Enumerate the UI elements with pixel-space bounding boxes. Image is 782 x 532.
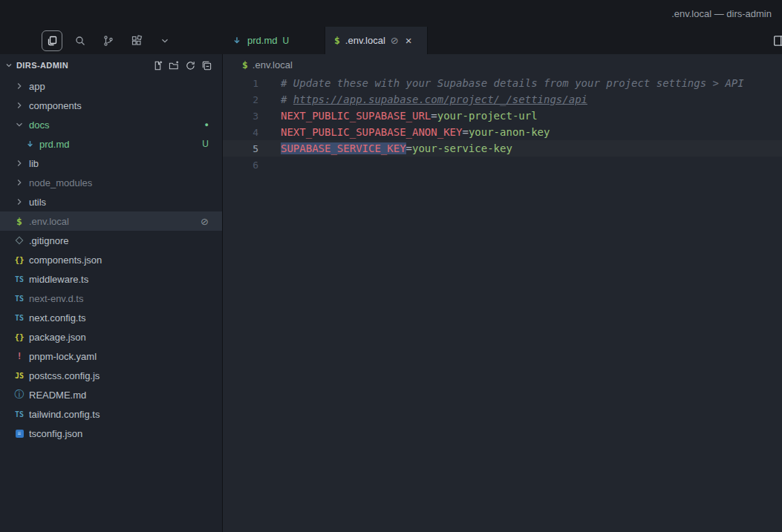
code-line-4[interactable]: 4NEXT_PUBLIC_SUPABASE_ANON_KEY=your-anon… bbox=[223, 124, 782, 140]
breadcrumb[interactable]: $ .env.local bbox=[223, 54, 782, 75]
workspace-title: DIRS-ADMIN bbox=[16, 61, 68, 70]
tab-strip: prd.md U $ .env.local ⊘ × bbox=[0, 27, 782, 54]
tree-item-label: README.md bbox=[29, 390, 209, 401]
collapse-all-icon[interactable] bbox=[198, 57, 215, 73]
explorer-header[interactable]: DIRS-ADMIN bbox=[0, 54, 222, 76]
line-number: 6 bbox=[223, 160, 258, 171]
markdown-icon bbox=[232, 36, 242, 46]
token-value: your-anon-key bbox=[469, 126, 550, 138]
chevron-down-icon[interactable] bbox=[154, 30, 175, 51]
tree-item-label: node_modules bbox=[29, 177, 209, 188]
tree-item-label: lib bbox=[29, 158, 209, 169]
file-tree: appcomponentsdocs●prd.mdUlibnode_modules… bbox=[0, 76, 222, 532]
activity-bar bbox=[0, 27, 223, 54]
tree-item-package-json[interactable]: {}package.json bbox=[0, 327, 222, 347]
ts-file-icon: TS bbox=[13, 273, 25, 285]
untracked-badge: U bbox=[202, 139, 209, 149]
git-file-icon bbox=[13, 234, 25, 246]
tree-item-utils[interactable]: utils bbox=[0, 192, 222, 211]
tree-item-label: app bbox=[29, 81, 209, 92]
token-key-selected: SUPABASE_SERVICE_KEY bbox=[281, 142, 406, 154]
close-tab-icon[interactable]: × bbox=[405, 34, 412, 47]
tree-item-label: next.config.ts bbox=[29, 312, 209, 324]
ts-file-icon: TS bbox=[13, 292, 25, 304]
code-text: # Update these with your Supabase detail… bbox=[281, 77, 744, 89]
json-file-icon: {} bbox=[13, 254, 25, 266]
code-line-6[interactable]: 6 bbox=[223, 157, 782, 173]
tree-item-components[interactable]: components bbox=[0, 96, 222, 115]
tree-item-label: middleware.ts bbox=[29, 274, 209, 285]
tree-item-next-env-d-ts[interactable]: TSnext-env.d.ts bbox=[0, 289, 222, 308]
tree-item-prd-md[interactable]: prd.mdU bbox=[0, 134, 222, 154]
tree-item-pnpm-lock-yaml[interactable]: !pnpm-lock.yaml bbox=[0, 347, 222, 366]
tree-item-label: pnpm-lock.yaml bbox=[29, 351, 209, 362]
tree-item-label: postcss.config.js bbox=[29, 370, 209, 381]
line-number: 3 bbox=[223, 111, 258, 122]
code-line-2[interactable]: 2# https://app.supabase.com/project/_/se… bbox=[223, 91, 782, 108]
tree-item--env-local[interactable]: $.env.local⊘ bbox=[0, 211, 222, 231]
tree-item-components-json[interactable]: {}components.json bbox=[0, 250, 222, 269]
tab-label: prd.md bbox=[247, 35, 277, 46]
tree-item-tsconfig-json[interactable]: ≡tsconfig.json bbox=[0, 424, 222, 443]
ts-file-icon: TS bbox=[13, 312, 25, 324]
chevron-right-icon bbox=[13, 177, 25, 188]
code-text: NEXT_PUBLIC_SUPABASE_ANON_KEY=your-anon-… bbox=[281, 126, 550, 138]
code-text: # https://app.supabase.com/project/_/set… bbox=[281, 93, 587, 105]
env-file-icon: $ bbox=[242, 59, 248, 70]
chevron-right-icon bbox=[13, 99, 25, 111]
tree-item-next-config-ts[interactable]: TSnext.config.ts bbox=[0, 308, 222, 327]
new-folder-icon[interactable] bbox=[166, 57, 182, 73]
tree-item-tailwind-config-ts[interactable]: TStailwind.config.ts bbox=[0, 404, 222, 424]
js-file-icon: JS bbox=[13, 370, 25, 381]
ts-file-icon: TS bbox=[13, 408, 25, 420]
token-comment: # bbox=[281, 93, 293, 105]
main-area: DIRS-ADMIN bbox=[0, 54, 782, 532]
refresh-icon[interactable] bbox=[182, 57, 198, 73]
yaml-file-icon: ! bbox=[13, 350, 25, 362]
tab-prd-md[interactable]: prd.md U bbox=[223, 27, 325, 54]
vscode-window: .env.local — dirs-admin bbox=[0, 0, 782, 532]
chevron-right-icon bbox=[13, 196, 25, 208]
token-op: = bbox=[431, 110, 437, 122]
tree-item-label: docs bbox=[29, 119, 205, 131]
new-file-icon[interactable] bbox=[149, 57, 166, 73]
editor-tabs: prd.md U $ .env.local ⊘ × bbox=[223, 27, 428, 54]
token-value: your-service-key bbox=[412, 142, 512, 154]
chevron-down-icon bbox=[4, 61, 13, 70]
tree-item-node-modules[interactable]: node_modules bbox=[0, 173, 222, 192]
tree-item-postcss-config-js[interactable]: JSpostcss.config.js bbox=[0, 366, 222, 385]
tree-item-readme-md[interactable]: ⓘREADME.md bbox=[0, 385, 222, 404]
tree-item-middleware-ts[interactable]: TSmiddleware.ts bbox=[0, 269, 222, 289]
tree-item-docs[interactable]: docs● bbox=[0, 115, 222, 134]
tree-item-app[interactable]: app bbox=[0, 76, 222, 96]
breadcrumb-file: .env.local bbox=[252, 59, 293, 70]
tree-item--gitignore[interactable]: .gitignore bbox=[0, 231, 222, 250]
markdown-file-icon bbox=[24, 138, 36, 150]
tree-item-label: utils bbox=[29, 197, 209, 208]
line-number: 5 bbox=[223, 143, 258, 154]
code-editor[interactable]: 1# Update these with your Supabase detai… bbox=[223, 75, 782, 532]
chevron-right-icon bbox=[13, 157, 25, 169]
code-text: NEXT_PUBLIC_SUPABASE_URL=your-project-ur… bbox=[281, 110, 538, 122]
gitignored-indicator-icon: ⊘ bbox=[391, 35, 399, 46]
tree-item-label: package.json bbox=[29, 332, 209, 343]
code-line-3[interactable]: 3NEXT_PUBLIC_SUPABASE_URL=your-project-u… bbox=[223, 108, 782, 124]
tree-item-lib[interactable]: lib bbox=[0, 154, 222, 173]
token-key: NEXT_PUBLIC_SUPABASE_URL bbox=[281, 110, 431, 122]
info-file-icon: ⓘ bbox=[13, 389, 25, 401]
tab-env-local[interactable]: $ .env.local ⊘ × bbox=[325, 27, 428, 54]
search-icon[interactable] bbox=[70, 30, 91, 51]
source-control-icon[interactable] bbox=[98, 30, 119, 51]
tree-item-label: prd.md bbox=[39, 139, 202, 150]
tree-item-label: components.json bbox=[29, 254, 209, 266]
code-line-5[interactable]: 5SUPABASE_SERVICE_KEY=your-service-key bbox=[223, 140, 782, 157]
token-value: your-project-url bbox=[437, 110, 538, 122]
line-number: 1 bbox=[223, 78, 258, 89]
tree-item-label: .gitignore bbox=[29, 235, 209, 246]
token-op: = bbox=[406, 142, 412, 154]
code-line-1[interactable]: 1# Update these with your Supabase detai… bbox=[223, 75, 782, 91]
extensions-icon[interactable] bbox=[126, 30, 147, 51]
tsconfig-file-icon: ≡ bbox=[13, 427, 25, 439]
explorer-icon[interactable] bbox=[42, 30, 62, 51]
split-editor-icon[interactable] bbox=[773, 34, 782, 47]
